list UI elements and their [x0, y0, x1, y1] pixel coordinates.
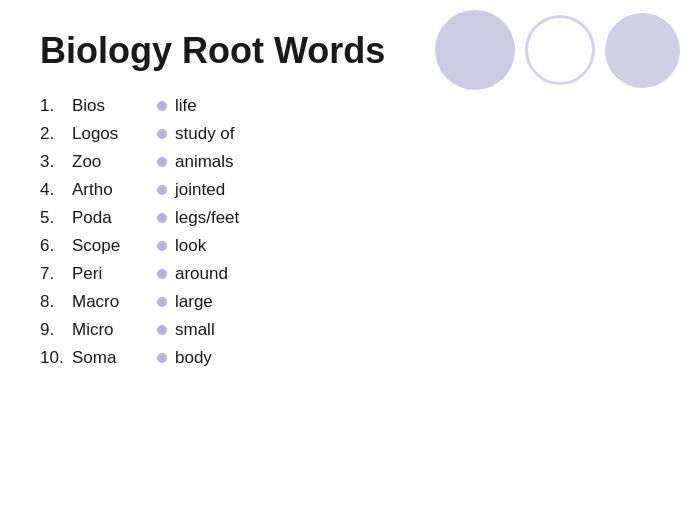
- item-definition: study of: [175, 124, 235, 144]
- item-bullet-container: life: [157, 96, 197, 116]
- bullet-icon: [157, 129, 167, 139]
- list-item: 5. Poda legs/feet: [40, 208, 660, 228]
- list-item: 8. Macro large: [40, 292, 660, 312]
- item-bullet-container: study of: [157, 124, 235, 144]
- bullet-icon: [157, 213, 167, 223]
- list-item: 4. Artho jointed: [40, 180, 660, 200]
- circle-2: [525, 15, 595, 85]
- circle-1: [435, 10, 515, 90]
- item-definition: small: [175, 320, 215, 340]
- item-number: 2.: [40, 124, 72, 144]
- item-definition: large: [175, 292, 213, 312]
- item-definition: life: [175, 96, 197, 116]
- list-item: 9. Micro small: [40, 320, 660, 340]
- item-definition: around: [175, 264, 228, 284]
- item-number: 10.: [40, 348, 72, 368]
- item-bullet-container: animals: [157, 152, 234, 172]
- item-definition: look: [175, 236, 206, 256]
- item-definition: animals: [175, 152, 234, 172]
- item-word: Peri: [72, 264, 147, 284]
- item-word: Poda: [72, 208, 147, 228]
- item-word: Soma: [72, 348, 147, 368]
- item-number: 6.: [40, 236, 72, 256]
- bullet-icon: [157, 297, 167, 307]
- bullet-icon: [157, 157, 167, 167]
- item-number: 3.: [40, 152, 72, 172]
- list-item: 7. Peri around: [40, 264, 660, 284]
- decorative-circles: [435, 10, 680, 90]
- item-bullet-container: small: [157, 320, 215, 340]
- item-number: 5.: [40, 208, 72, 228]
- item-number: 1.: [40, 96, 72, 116]
- word-list: 1. Bios life 2. Logos study of 3. Zoo an…: [40, 96, 660, 368]
- item-word: Zoo: [72, 152, 147, 172]
- bullet-icon: [157, 241, 167, 251]
- list-item: 1. Bios life: [40, 96, 660, 116]
- bullet-icon: [157, 185, 167, 195]
- item-number: 9.: [40, 320, 72, 340]
- item-bullet-container: large: [157, 292, 213, 312]
- item-bullet-container: around: [157, 264, 228, 284]
- bullet-icon: [157, 325, 167, 335]
- item-word: Micro: [72, 320, 147, 340]
- bullet-icon: [157, 101, 167, 111]
- bullet-icon: [157, 269, 167, 279]
- item-word: Macro: [72, 292, 147, 312]
- item-bullet-container: look: [157, 236, 206, 256]
- item-number: 7.: [40, 264, 72, 284]
- item-definition: legs/feet: [175, 208, 239, 228]
- item-word: Logos: [72, 124, 147, 144]
- circle-3: [605, 13, 680, 88]
- list-item: 3. Zoo animals: [40, 152, 660, 172]
- item-word: Scope: [72, 236, 147, 256]
- item-bullet-container: legs/feet: [157, 208, 239, 228]
- item-number: 8.: [40, 292, 72, 312]
- item-definition: jointed: [175, 180, 225, 200]
- list-item: 6. Scope look: [40, 236, 660, 256]
- item-number: 4.: [40, 180, 72, 200]
- list-item: 2. Logos study of: [40, 124, 660, 144]
- item-definition: body: [175, 348, 212, 368]
- item-bullet-container: jointed: [157, 180, 225, 200]
- bullet-icon: [157, 353, 167, 363]
- list-item: 10. Soma body: [40, 348, 660, 368]
- item-bullet-container: body: [157, 348, 212, 368]
- item-word: Artho: [72, 180, 147, 200]
- item-word: Bios: [72, 96, 147, 116]
